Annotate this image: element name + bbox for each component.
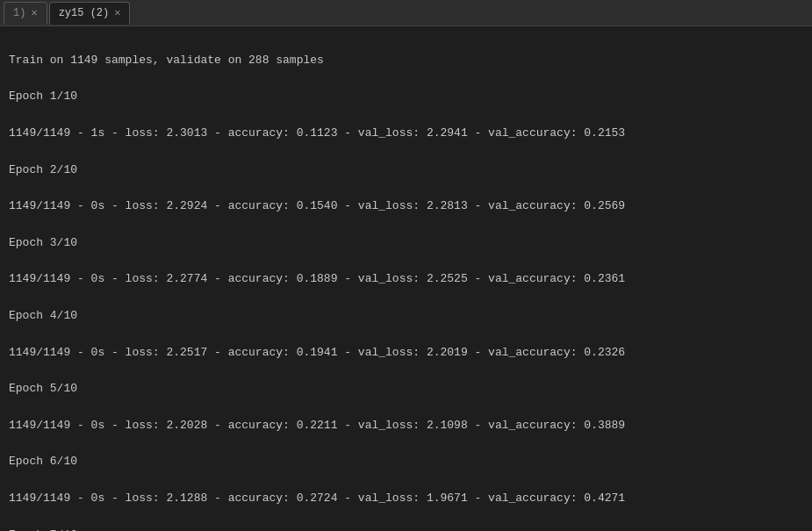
tab-bar: 1) ✕ zy15 (2) ✕ <box>0 0 812 26</box>
terminal-line: Epoch 4/10 <box>9 307 803 326</box>
terminal-line: 1149/1149 - 0s - loss: 2.1288 - accuracy… <box>9 490 803 508</box>
terminal-line: Epoch 3/10 <box>9 234 803 253</box>
terminal-body: Train on 1149 samples, validate on 288 s… <box>0 26 812 531</box>
terminal-line: 1149/1149 - 0s - loss: 2.2774 - accuracy… <box>9 270 803 289</box>
terminal-line: 1149/1149 - 1s - loss: 2.3013 - accuracy… <box>9 125 803 143</box>
terminal-line: Epoch 5/10 <box>9 380 803 398</box>
terminal-line: 1149/1149 - 0s - loss: 2.2924 - accuracy… <box>9 197 803 216</box>
tab-2[interactable]: zy15 (2) ✕ <box>49 2 131 25</box>
tab-1-label: 1) <box>13 7 25 19</box>
tab-2-close[interactable]: ✕ <box>114 8 120 18</box>
terminal-line: Epoch 6/10 <box>9 453 803 471</box>
terminal-line: Epoch 2/10 <box>9 161 803 180</box>
tab-2-label: zy15 (2) <box>59 7 110 19</box>
terminal-line: Epoch 1/10 <box>9 88 803 106</box>
tab-1[interactable]: 1) ✕ <box>4 2 47 25</box>
terminal-line: Epoch 7/10 <box>9 527 803 531</box>
tab-1-close[interactable]: ✕ <box>31 8 37 18</box>
terminal-line: 1149/1149 - 0s - loss: 2.2028 - accuracy… <box>9 417 803 435</box>
terminal-line: 1149/1149 - 0s - loss: 2.2517 - accuracy… <box>9 344 803 362</box>
terminal-line: Train on 1149 samples, validate on 288 s… <box>9 52 803 70</box>
